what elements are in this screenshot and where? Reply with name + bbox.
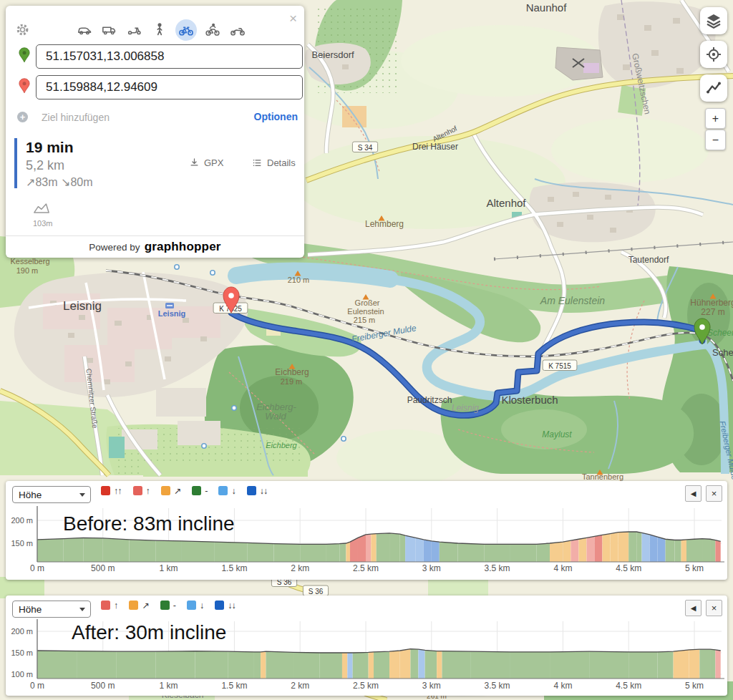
legend-color-swatch bbox=[101, 601, 110, 610]
layers-button[interactable] bbox=[700, 7, 727, 34]
zoom-out-button[interactable]: − bbox=[705, 130, 726, 150]
elevation-slice bbox=[658, 537, 666, 562]
collapse-chart-button[interactable]: ◀ bbox=[685, 600, 702, 616]
elevation-slice bbox=[64, 538, 84, 562]
elevation-slice bbox=[715, 540, 720, 562]
x-tick-label: 500 m bbox=[91, 681, 115, 691]
elevation-slice bbox=[550, 651, 589, 679]
x-tick-label: 2.5 km bbox=[353, 563, 379, 573]
chevron-down-icon bbox=[79, 608, 85, 611]
elevation-slice bbox=[510, 544, 537, 562]
svg-text:S 36: S 36 bbox=[309, 588, 324, 596]
elevation-slice bbox=[103, 538, 130, 562]
close-chart-button[interactable]: × bbox=[706, 485, 722, 502]
mode-bike-button-selected[interactable] bbox=[175, 19, 197, 41]
options-link[interactable]: Optionen bbox=[254, 111, 298, 122]
start-pin-icon bbox=[17, 47, 31, 69]
legend-arrow-label: ↗ bbox=[142, 600, 148, 611]
elevation-slice bbox=[195, 651, 228, 679]
locate-button[interactable] bbox=[700, 41, 727, 68]
x-tick-label: 3 km bbox=[422, 563, 441, 573]
route-panel: × bbox=[6, 6, 304, 258]
elevation-slice bbox=[353, 652, 369, 679]
elevation-slice bbox=[248, 543, 274, 562]
elevation-slice bbox=[369, 652, 374, 679]
elevation-slice bbox=[537, 543, 550, 562]
elevation-panel-before: Höhe ↑↑↑↗-↓↓↓ ◀ × Before: 83m incline 20… bbox=[6, 481, 727, 580]
elevation-widget-button[interactable]: 103m bbox=[33, 201, 62, 228]
elevation-slice bbox=[432, 541, 440, 562]
spring-icon bbox=[210, 271, 215, 275]
elevation-slice bbox=[371, 534, 376, 562]
elevation-slice bbox=[589, 651, 628, 679]
close-icon[interactable]: × bbox=[289, 11, 297, 25]
steepness-legend: ↑↗-↓↓↓ bbox=[101, 600, 236, 611]
map-label: Altenhof bbox=[486, 197, 526, 209]
legend-color-swatch bbox=[101, 486, 110, 495]
elevation-slice bbox=[83, 538, 103, 562]
elevation-slice bbox=[458, 543, 485, 562]
elevation-slice bbox=[37, 539, 64, 562]
gpx-download-button[interactable]: GPX bbox=[189, 157, 223, 168]
elevation-slice bbox=[578, 538, 586, 562]
add-destination-row: + Ziel hinzufügen Optionen bbox=[6, 110, 304, 127]
elevation-chart-before[interactable]: 200 m150 m0 m500 m1 km1.5 km2 km2.5 km3 … bbox=[6, 502, 727, 574]
add-destination-label[interactable]: Ziel hinzufügen bbox=[42, 112, 110, 123]
spring-icon bbox=[341, 437, 346, 441]
mode-motorcycle-button[interactable] bbox=[228, 21, 247, 39]
map-label: 227 m bbox=[701, 307, 724, 317]
x-tick-label: 2 km bbox=[291, 563, 309, 573]
transport-mode-bar bbox=[75, 19, 247, 41]
legend-item: - bbox=[192, 486, 207, 496]
legend-color-swatch bbox=[218, 486, 228, 495]
powered-by-label: Powered by bbox=[89, 242, 140, 253]
y-tick-label: 200 m bbox=[11, 516, 33, 525]
elevation-slice bbox=[440, 542, 458, 562]
elevation-slice bbox=[628, 532, 636, 562]
mode-foot-button[interactable] bbox=[150, 21, 169, 39]
route-distance: 5,2 km bbox=[26, 158, 64, 173]
mode-racingbike-button[interactable] bbox=[203, 21, 222, 39]
mode-truck-button[interactable] bbox=[100, 21, 119, 39]
map-label: Leisnig bbox=[452, 403, 479, 413]
gear-icon[interactable] bbox=[15, 22, 30, 40]
mode-car-button[interactable] bbox=[75, 21, 94, 39]
x-tick-label: 4 km bbox=[553, 681, 572, 691]
x-tick-label: 4.5 km bbox=[616, 681, 641, 691]
route-graph-button[interactable] bbox=[700, 74, 727, 102]
destination-pin-icon bbox=[17, 77, 31, 99]
steepness-legend: ↑↑↑↗-↓↓↓ bbox=[101, 485, 267, 496]
x-tick-label: 4.5 km bbox=[616, 563, 641, 573]
collapse-chart-button[interactable]: ◀ bbox=[685, 485, 702, 502]
destination-coordinate-input[interactable] bbox=[36, 75, 303, 99]
elevation-mode-select[interactable]: Höhe bbox=[12, 486, 91, 503]
x-tick-label: 5 km bbox=[685, 681, 704, 691]
elevation-slice bbox=[594, 535, 602, 562]
map-label: Tautendorf bbox=[628, 255, 669, 265]
elevation-chart-after[interactable]: 200 m150 m100 m0 m500 m1 km1.5 km2 km2.5… bbox=[6, 617, 727, 693]
details-button[interactable]: Details bbox=[252, 157, 296, 168]
legend-color-swatch bbox=[129, 601, 138, 610]
elevation-mode-select[interactable]: Höhe bbox=[12, 601, 91, 618]
elevation-slice bbox=[418, 649, 424, 679]
legend-arrow-label: ↓↓ bbox=[228, 601, 236, 611]
elevation-slice bbox=[346, 542, 350, 562]
elevation-slice bbox=[694, 539, 702, 562]
map-label: Drei Häuser bbox=[412, 142, 458, 152]
plus-icon[interactable]: + bbox=[17, 112, 28, 122]
elevation-slice bbox=[586, 536, 594, 562]
map-label: Leisnig bbox=[63, 299, 102, 313]
mode-scooter-button[interactable] bbox=[125, 21, 144, 39]
close-chart-button[interactable]: × bbox=[706, 600, 722, 616]
zoom-in-button[interactable]: + bbox=[705, 108, 726, 129]
y-tick-label: 100 m bbox=[11, 670, 33, 679]
x-tick-label: 3.5 km bbox=[485, 681, 510, 691]
elevation-slice bbox=[155, 540, 182, 562]
map-label: 219 m bbox=[281, 377, 303, 386]
elevation-slice bbox=[339, 543, 346, 562]
start-coordinate-input[interactable] bbox=[36, 44, 303, 69]
graphhopper-logo[interactable]: graphhopper bbox=[145, 240, 221, 254]
elevation-slice bbox=[266, 651, 293, 679]
legend-color-swatch bbox=[161, 486, 170, 495]
map-label: Beiersdorf bbox=[311, 49, 354, 60]
